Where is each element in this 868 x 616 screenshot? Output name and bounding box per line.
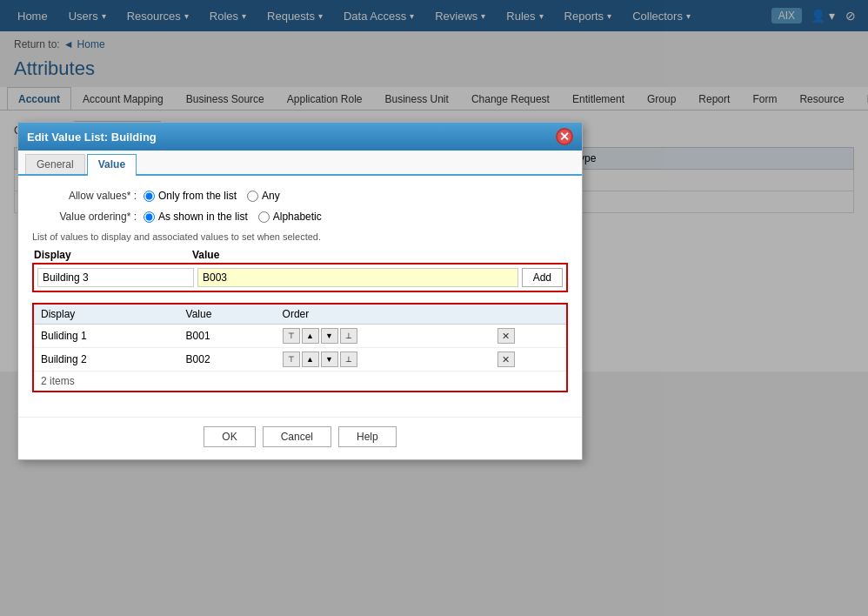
allow-any[interactable]: Any <box>247 190 280 202</box>
move-last-btn-1[interactable]: ⊥ <box>340 328 357 344</box>
move-up-btn-2[interactable]: ▲ <box>302 352 319 367</box>
dialog-title: Edit Value List: Building <box>27 131 157 144</box>
allow-only-radio[interactable] <box>144 191 155 202</box>
allow-values-group: Only from the list Any <box>144 190 280 202</box>
value-col-order: Order <box>276 305 491 325</box>
value-col-delete <box>491 305 566 325</box>
order-buttons-1: ⊤ ▲ ▼ ⊥ <box>283 328 484 344</box>
value-input[interactable] <box>197 268 518 287</box>
value-row-display: Buliding 1 <box>34 325 179 348</box>
move-first-btn-2[interactable]: ⊤ <box>283 352 300 367</box>
delete-btn-1[interactable]: ✕ <box>497 328 515 344</box>
ordering-group: As shown in the list Alphabetic <box>144 211 322 223</box>
value-ordering-label: Value ordering* : <box>32 211 137 223</box>
ordering-as-shown[interactable]: As shown in the list <box>144 211 248 223</box>
move-up-btn-1[interactable]: ▲ <box>302 328 319 344</box>
add-button[interactable]: Add <box>522 268 563 287</box>
ordering-alpha-radio[interactable] <box>258 211 270 223</box>
order-buttons-2: ⊤ ▲ ▼ ⊥ <box>283 352 484 367</box>
value-table-wrapper: Display Value Order Buliding 1 B001 ⊤ ▲ <box>32 303 568 372</box>
dialog-header: Edit Value List: Building ✕ <box>18 123 582 151</box>
delete-btn-2[interactable]: ✕ <box>497 352 515 367</box>
ordering-as-shown-label: As shown in the list <box>158 211 248 223</box>
add-value-row: Add <box>32 263 568 292</box>
value-row-order: ⊤ ▲ ▼ ⊥ <box>276 348 491 372</box>
allow-any-label: Any <box>262 190 280 202</box>
value-row-delete: ✕ <box>491 325 566 348</box>
edit-value-list-dialog: Edit Value List: Building ✕ General Valu… <box>17 122 583 372</box>
value-table: Display Value Order Buliding 1 B001 ⊤ ▲ <box>34 305 566 372</box>
display-input[interactable] <box>37 268 194 287</box>
allow-values-row: Allow values* : Only from the list Any <box>32 190 568 202</box>
allow-any-radio[interactable] <box>247 191 258 202</box>
input-col-labels: Display Value <box>32 249 568 261</box>
allow-values-label: Allow values* : <box>32 190 137 202</box>
value-col-display: Display <box>34 305 179 325</box>
dialog-tab-value[interactable]: Value <box>87 154 137 176</box>
value-row-order: ⊤ ▲ ▼ ⊥ <box>276 325 491 348</box>
value-row-1: Buliding 1 B001 ⊤ ▲ ▼ ⊥ ✕ <box>34 325 566 348</box>
move-last-btn-2[interactable]: ⊥ <box>340 352 357 367</box>
value-row-display: Building 2 <box>34 348 179 372</box>
col-value-label: Value <box>189 249 568 261</box>
value-col-value: Value <box>179 305 276 325</box>
dialog-tabs: General Value <box>18 151 582 176</box>
list-desc: List of values to display and associated… <box>32 231 568 242</box>
allow-only-from-list[interactable]: Only from the list <box>144 190 237 202</box>
value-ordering-row: Value ordering* : As shown in the list A… <box>32 211 568 223</box>
allow-only-label: Only from the list <box>158 190 237 202</box>
move-down-btn-2[interactable]: ▼ <box>321 352 338 367</box>
value-row-value: B001 <box>179 325 276 348</box>
ordering-as-shown-radio[interactable] <box>144 211 155 223</box>
ordering-alphabetic[interactable]: Alphabetic <box>258 211 322 223</box>
value-row-2: Building 2 B002 ⊤ ▲ ▼ ⊥ ✕ <box>34 348 566 372</box>
move-down-btn-1[interactable]: ▼ <box>321 328 338 344</box>
col-display-label: Display <box>32 249 189 261</box>
move-first-btn-1[interactable]: ⊤ <box>283 328 300 344</box>
dialog-tab-general[interactable]: General <box>25 154 85 174</box>
value-row-delete: ✕ <box>491 348 566 372</box>
dialog-close-button[interactable]: ✕ <box>556 128 573 145</box>
ordering-alpha-label: Alphabetic <box>273 211 322 223</box>
value-row-value: B002 <box>179 348 276 372</box>
dialog-body: Allow values* : Only from the list Any V… <box>18 176 582 372</box>
